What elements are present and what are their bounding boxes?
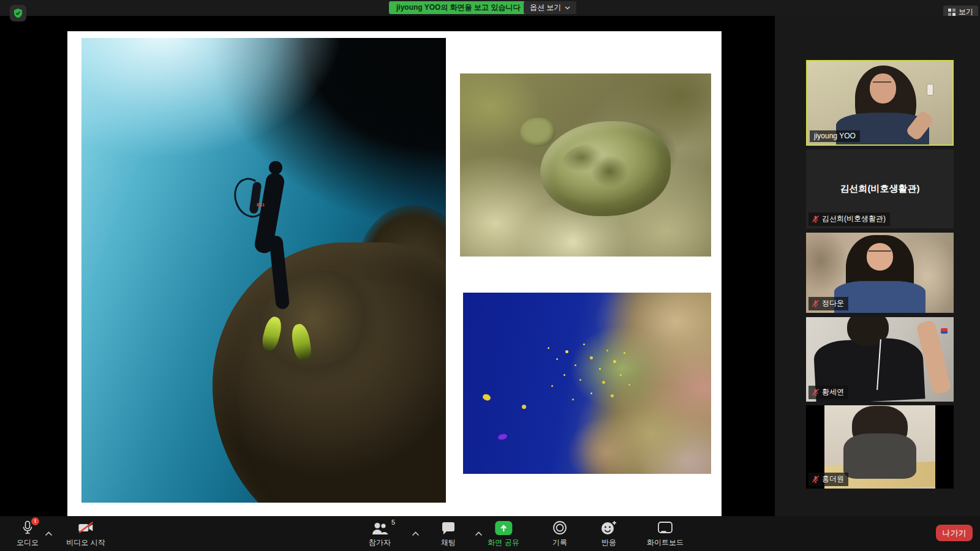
record-button[interactable]: 기록: [552, 520, 567, 548]
fish-school: [548, 347, 549, 349]
participant-name-label: 김선희(비호생활관): [809, 212, 890, 226]
record-label: 기록: [552, 538, 567, 548]
audio-options-caret[interactable]: [45, 528, 53, 539]
reactions-icon: [600, 520, 617, 535]
participant-name-label: 홍더원: [809, 473, 848, 486]
view-options-dropdown[interactable]: 옵션 보기: [524, 1, 576, 14]
purple-fish: [497, 433, 508, 441]
whiteboard-button[interactable]: 화이트보드: [647, 520, 684, 548]
chevron-up-icon: [412, 531, 420, 536]
turtle-shape: [520, 118, 555, 147]
chat-button[interactable]: 채팅: [441, 520, 456, 548]
grid-view-icon: [948, 9, 956, 16]
coral-reef-photo: [463, 293, 711, 474]
participants-button[interactable]: 5 참가자: [369, 520, 391, 548]
chat-options-caret[interactable]: [475, 528, 483, 539]
view-options-label: 옵션 보기: [530, 2, 561, 13]
person-silhouette: [843, 433, 916, 478]
whiteboard-icon: [657, 521, 673, 535]
light-switch-shape: [927, 84, 933, 96]
participant-tile-kim-sunhee[interactable]: 김선희(비호생활관) 김선희(비호생활관): [806, 149, 954, 228]
camera-off-icon: [77, 520, 95, 535]
participant-display-name: 김선희(비호생활관): [840, 183, 920, 195]
person-silhouette: [870, 73, 896, 103]
person-silhouette: [847, 317, 888, 346]
diver-silhouette: [269, 161, 282, 174]
sea-turtle-photo: [460, 73, 711, 257]
meeting-toolbar: ! 오디오 비디오 시작: [0, 516, 980, 551]
participant-name-label: jiyoung YOO: [810, 130, 860, 142]
participant-tile-jiyoung-yoo[interactable]: jiyoung YOO: [806, 60, 954, 146]
mic-alert-badge: !: [31, 517, 39, 525]
audio-button[interactable]: ! 오디오: [17, 520, 39, 548]
share-screen-label: 화면 공유: [488, 538, 519, 548]
participant-tile-hwang-seyeon[interactable]: 황세연: [806, 317, 954, 402]
shared-screen-slide: XS1: [67, 31, 722, 516]
security-shield-icon: [13, 8, 23, 18]
chat-icon: [441, 522, 456, 535]
zoom-meeting-window: jiyoung YOO의 화면을 보고 있습니다 옵션 보기 보기 XS1: [0, 0, 980, 551]
turtle-shape: [560, 143, 631, 191]
reactions-button[interactable]: 반응: [600, 520, 617, 548]
chevron-up-icon: [475, 531, 483, 536]
mic-muted-icon: [812, 475, 820, 483]
audio-label: 오디오: [17, 538, 39, 548]
share-screen-button[interactable]: 화면 공유: [488, 520, 519, 548]
flag-patch-shape: [941, 328, 948, 334]
participant-tile-jung-dawoon[interactable]: 정다운: [806, 233, 954, 313]
screen-viewing-banner: jiyoung YOO의 화면을 보고 있습니다: [389, 1, 527, 14]
participants-label: 참가자: [369, 538, 391, 548]
yellow-fish: [483, 394, 492, 401]
participant-name-label: 정다운: [809, 297, 848, 310]
security-shield-button[interactable]: [10, 5, 26, 21]
leave-meeting-button[interactable]: 나가기: [936, 525, 973, 541]
participants-count: 5: [391, 519, 395, 526]
video-label: 비디오 시작: [66, 538, 105, 548]
scuba-diver-photo: XS1: [81, 38, 446, 503]
share-screen-icon: [495, 521, 512, 535]
whiteboard-label: 화이트보드: [647, 538, 684, 548]
person-silhouette: [867, 243, 893, 271]
reactions-label: 반응: [601, 538, 616, 548]
chevron-down-icon: [565, 6, 570, 10]
participants-icon: [371, 522, 388, 535]
gear-tag-text: XS1: [257, 203, 265, 207]
video-button[interactable]: 비디오 시작: [66, 520, 105, 548]
chat-label: 채팅: [441, 538, 456, 548]
chevron-up-icon: [45, 531, 53, 536]
participant-name-label: 황세연: [809, 386, 848, 399]
participant-tile-hong-deowon[interactable]: 홍더원: [806, 405, 954, 489]
mic-muted-icon: [812, 299, 820, 307]
record-icon: [552, 520, 567, 535]
participants-options-caret[interactable]: [412, 528, 420, 539]
person-silhouette: [873, 81, 892, 86]
mic-muted-icon: [812, 215, 820, 223]
person-silhouette: [869, 250, 891, 255]
mic-muted-icon: [812, 388, 820, 396]
participants-sidebar: jiyoung YOO 김선희(비호생활관) 김선희(비호생활관): [775, 16, 980, 516]
